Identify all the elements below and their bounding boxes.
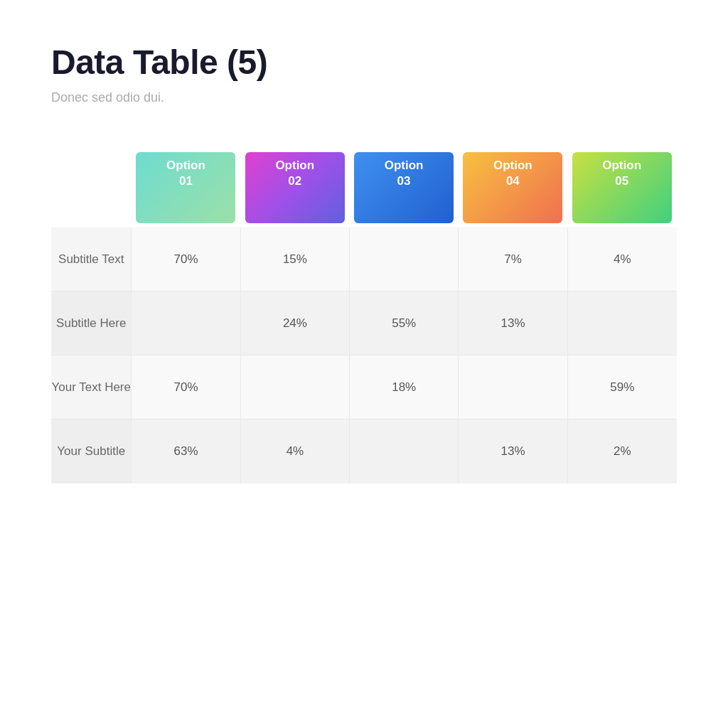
data-cell: 13% — [459, 419, 567, 483]
page-container: Data Table (5) Donec sed odio dui. Optio… — [23, 0, 705, 526]
data-cell — [568, 291, 677, 355]
data-cell: 70% — [132, 355, 240, 419]
header-option-01: Option01 — [132, 148, 240, 228]
data-cell — [459, 355, 567, 419]
table-row: Your Text Here70%18%59% — [51, 355, 677, 419]
data-cell: 4% — [568, 228, 677, 291]
data-cell: 18% — [350, 355, 459, 419]
header-option-03: Option03 — [350, 148, 459, 228]
data-cell — [350, 228, 459, 291]
data-cell: 2% — [568, 419, 677, 483]
header-spacer — [51, 148, 132, 228]
row-label: Subtitle Here — [51, 291, 132, 355]
table-row: Subtitle Text70%15%7%4% — [51, 228, 677, 291]
data-cell — [241, 355, 350, 419]
option-05-header: Option05 — [572, 152, 672, 223]
row-label: Your Text Here — [51, 355, 132, 419]
data-cell: 13% — [459, 291, 567, 355]
data-cell: 24% — [241, 291, 350, 355]
data-cell: 4% — [241, 419, 350, 483]
header-option-04: Option04 — [459, 148, 567, 228]
data-cell: 7% — [459, 228, 567, 291]
row-label: Subtitle Text — [51, 228, 132, 291]
data-cell: 15% — [241, 228, 350, 291]
table-header-row: Option01 Option02 Option03 Option04 Opti… — [51, 148, 677, 228]
header-option-05: Option05 — [568, 148, 677, 228]
data-cell — [132, 291, 240, 355]
data-cell: 59% — [568, 355, 677, 419]
header-option-02: Option02 — [241, 148, 350, 228]
table-row: Subtitle Here24%55%13% — [51, 291, 677, 355]
data-cell: 70% — [132, 228, 240, 291]
table-row: Your Subtitle63%4%13%2% — [51, 419, 677, 483]
option-03-header: Option03 — [354, 152, 454, 223]
option-02-header: Option02 — [245, 152, 345, 223]
data-cell — [350, 419, 459, 483]
page-title: Data Table (5) — [51, 43, 677, 82]
row-label: Your Subtitle — [51, 419, 132, 483]
page-subtitle: Donec sed odio dui. — [51, 90, 677, 105]
data-table: Option01 Option02 Option03 Option04 Opti… — [51, 148, 677, 483]
data-cell: 63% — [132, 419, 240, 483]
option-04-header: Option04 — [463, 152, 562, 223]
data-cell: 55% — [350, 291, 459, 355]
option-01-header: Option01 — [136, 152, 235, 223]
